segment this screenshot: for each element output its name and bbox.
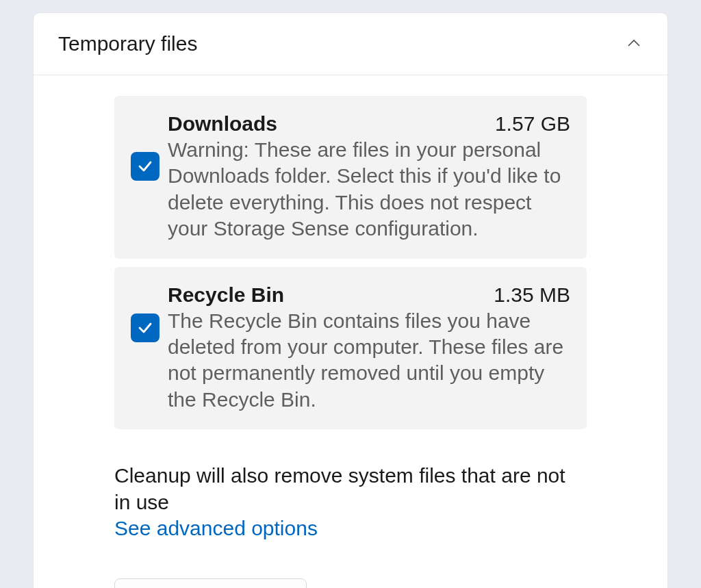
- item-size: 1.35 MB: [494, 283, 570, 307]
- panel-header[interactable]: Temporary files: [34, 13, 667, 75]
- item-size: 1.57 GB: [495, 112, 570, 136]
- advanced-options-link[interactable]: See advanced options: [114, 517, 318, 540]
- check-icon: [136, 157, 155, 176]
- item-content: Downloads 1.57 GB Warning: These are fil…: [168, 112, 570, 242]
- item-top-row: Downloads 1.57 GB: [168, 112, 570, 136]
- cleanup-note: Cleanup will also remove system files th…: [114, 462, 587, 515]
- check-icon: [136, 318, 155, 337]
- item-description: Warning: These are files in your persona…: [168, 137, 570, 242]
- item-content: Recycle Bin 1.35 MB The Recycle Bin cont…: [168, 283, 570, 413]
- checkbox-downloads[interactable]: [131, 152, 160, 181]
- cleanup-item-downloads: Downloads 1.57 GB Warning: These are fil…: [114, 96, 587, 259]
- cleanup-button[interactable]: Clean up 1.57 GB: [114, 578, 307, 588]
- item-title: Downloads: [168, 112, 277, 136]
- cleanup-item-recycle-bin: Recycle Bin 1.35 MB The Recycle Bin cont…: [114, 267, 587, 430]
- checkbox-recycle-bin[interactable]: [131, 314, 160, 342]
- temporary-files-panel: Temporary files Downloads 1.57 GB Warnin…: [33, 12, 668, 588]
- panel-title: Temporary files: [58, 32, 197, 55]
- item-description: The Recycle Bin contains files you have …: [168, 308, 570, 413]
- chevron-up-icon: [625, 35, 643, 53]
- item-top-row: Recycle Bin 1.35 MB: [168, 283, 570, 307]
- item-title: Recycle Bin: [168, 283, 284, 307]
- panel-body: Downloads 1.57 GB Warning: These are fil…: [34, 75, 667, 588]
